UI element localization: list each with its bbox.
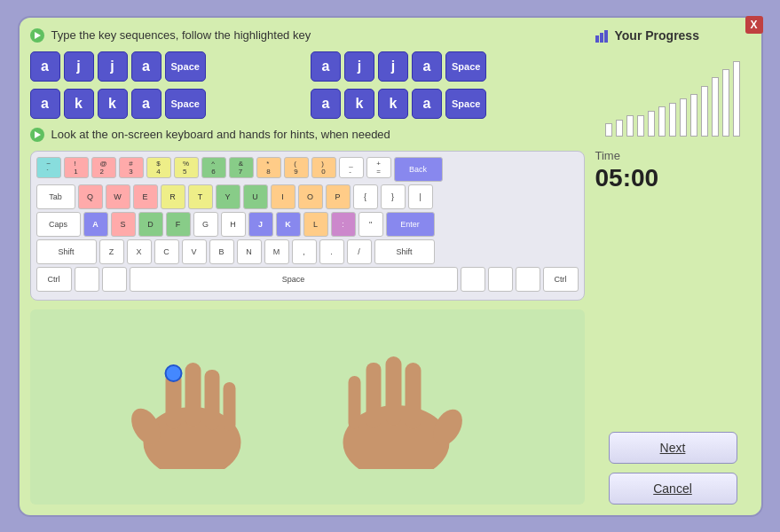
- progress-title: Your Progress: [595, 28, 699, 43]
- svg-rect-12: [348, 376, 360, 429]
- kb-key-pipe[interactable]: |: [408, 184, 433, 209]
- kb-key-period[interactable]: .: [319, 239, 344, 264]
- kb-key-3[interactable]: #3: [119, 157, 144, 178]
- kb-key-4[interactable]: $4: [146, 157, 171, 178]
- kb-key-l[interactable]: L: [303, 212, 328, 237]
- kb-key-semicolon[interactable]: :: [331, 212, 356, 237]
- kb-key-8[interactable]: *8: [256, 157, 281, 178]
- key-a-1: a: [30, 51, 60, 82]
- chart-bar: [605, 123, 612, 136]
- kb-key-a[interactable]: A: [83, 212, 108, 237]
- kb-key-tilde[interactable]: ~`: [36, 157, 61, 178]
- close-button[interactable]: X: [745, 16, 763, 34]
- progress-title-text: Your Progress: [615, 28, 699, 43]
- key-j-1: j: [64, 51, 94, 82]
- key-space-3: Space: [165, 89, 206, 119]
- kb-key-1[interactable]: !1: [64, 157, 89, 178]
- right-panel: Your Progress Time 05:00 Next Cancel: [595, 28, 751, 505]
- kb-key-slash[interactable]: /: [347, 239, 372, 264]
- kb-key-back[interactable]: Back: [394, 157, 443, 182]
- svg-rect-11: [366, 363, 381, 428]
- kb-key-rbracket[interactable]: }: [381, 184, 406, 209]
- kb-key-z[interactable]: Z: [99, 239, 124, 264]
- key-a-3: a: [311, 51, 341, 82]
- chart-bar: [722, 69, 729, 137]
- time-section: Time 05:00: [595, 149, 751, 192]
- chart-bar: [733, 61, 740, 137]
- hands-area: [30, 309, 585, 505]
- kb-key-tab[interactable]: Tab: [36, 184, 75, 209]
- left-panel: Type the key sequences, follow the highl…: [30, 28, 585, 505]
- kb-key-ctrl-left[interactable]: Ctrl: [36, 267, 72, 292]
- kb-key-c[interactable]: C: [154, 239, 179, 264]
- kb-key-b[interactable]: B: [209, 239, 234, 264]
- kb-key-enter[interactable]: Enter: [386, 212, 435, 237]
- kb-key-7[interactable]: &7: [229, 157, 254, 178]
- kb-key-s[interactable]: S: [111, 212, 136, 237]
- kb-key-5[interactable]: %5: [174, 157, 199, 178]
- kb-key-0[interactable]: )0: [311, 157, 336, 178]
- time-value: 05:00: [595, 164, 751, 192]
- kb-key-g[interactable]: G: [193, 212, 218, 237]
- next-button[interactable]: Next: [609, 432, 737, 464]
- kb-key-comma[interactable]: ,: [292, 239, 317, 264]
- kb-key-h[interactable]: H: [221, 212, 246, 237]
- kb-key-minus[interactable]: _-: [339, 157, 364, 178]
- seq-row2-left: a k k a Space: [30, 89, 304, 119]
- key-j-2: j: [98, 51, 128, 82]
- kb-key-t[interactable]: T: [188, 184, 213, 209]
- kb-key-blank5: [516, 267, 540, 292]
- play-icon-2[interactable]: [30, 128, 44, 142]
- kb-key-9[interactable]: (9: [284, 157, 309, 178]
- kb-key-2[interactable]: @2: [91, 157, 116, 178]
- kb-key-blank4: [488, 267, 513, 292]
- kb-key-shift-right[interactable]: Shift: [374, 239, 435, 264]
- key-k-3: k: [344, 89, 374, 119]
- kb-key-m[interactable]: M: [264, 239, 289, 264]
- key-a-7: a: [311, 89, 341, 119]
- kb-key-6[interactable]: ^6: [201, 157, 226, 178]
- key-space-2: Space: [445, 51, 486, 82]
- seq-row2-right: a k k a Space: [311, 89, 585, 119]
- kb-key-blank2: [102, 267, 127, 292]
- kb-key-d[interactable]: D: [138, 212, 163, 237]
- progress-chart: [602, 51, 744, 140]
- kb-key-q[interactable]: Q: [78, 184, 103, 209]
- chart-bar: [690, 94, 697, 136]
- kb-key-x[interactable]: X: [127, 239, 152, 264]
- kb-key-quote[interactable]: ": [358, 212, 383, 237]
- kb-key-u[interactable]: U: [243, 184, 268, 209]
- kb-key-e[interactable]: E: [133, 184, 158, 209]
- kb-row-4: Ctrl Space Ctrl: [36, 267, 579, 292]
- kb-key-o[interactable]: O: [298, 184, 323, 209]
- kb-key-v[interactable]: V: [182, 239, 207, 264]
- kb-key-f[interactable]: F: [166, 212, 191, 237]
- kb-key-shift-left[interactable]: Shift: [36, 239, 97, 264]
- kb-key-j[interactable]: J: [248, 212, 273, 237]
- kb-key-y[interactable]: Y: [216, 184, 240, 209]
- kb-row-3: Shift Z X C V B N M , . / Shift: [36, 239, 579, 264]
- kb-key-space[interactable]: Space: [130, 267, 458, 292]
- kb-key-i[interactable]: I: [271, 184, 295, 209]
- seq-row1-right: a j j a Space: [311, 51, 585, 82]
- kb-key-w[interactable]: W: [106, 184, 130, 209]
- key-k-2: k: [98, 89, 128, 119]
- svg-point-6: [165, 365, 181, 381]
- seq-row1-left: a j j a Space: [30, 51, 304, 82]
- key-j-4: j: [378, 51, 408, 82]
- kb-key-caps[interactable]: Caps: [36, 212, 81, 237]
- cancel-button[interactable]: Cancel: [609, 473, 737, 505]
- kb-key-ctrl-right[interactable]: Ctrl: [543, 267, 579, 292]
- kb-key-p[interactable]: P: [326, 184, 351, 209]
- chart-bar: [669, 103, 676, 137]
- kb-key-equals[interactable]: +=: [366, 157, 391, 178]
- chart-bar: [701, 86, 708, 137]
- time-label: Time: [595, 149, 751, 162]
- kb-key-k[interactable]: K: [276, 212, 301, 237]
- instruction-2-text: Look at the on-screen keyboard and hands…: [51, 128, 390, 141]
- kb-key-n[interactable]: N: [237, 239, 262, 264]
- key-a-4: a: [412, 51, 442, 82]
- play-icon-1[interactable]: [30, 28, 44, 43]
- kb-key-r[interactable]: R: [161, 184, 185, 209]
- kb-key-lbracket[interactable]: {: [353, 184, 378, 209]
